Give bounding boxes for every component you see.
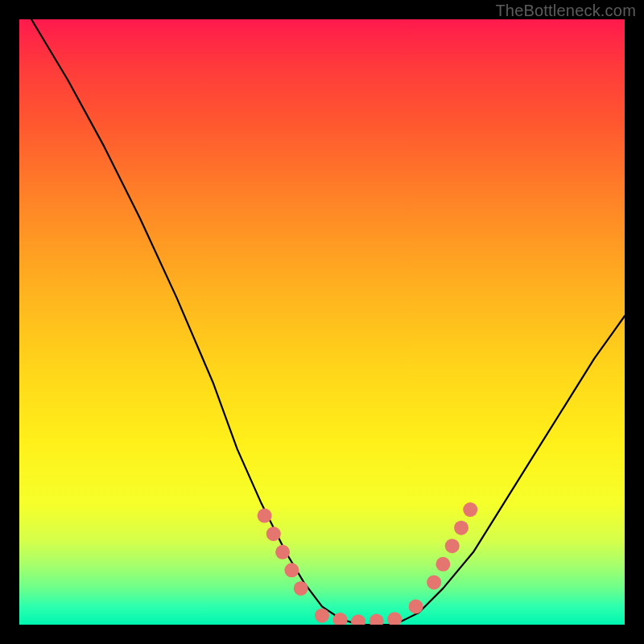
highlight-dot (427, 575, 441, 589)
bottleneck-curve (31, 19, 625, 625)
highlight-dot (454, 521, 469, 535)
highlight-dot (445, 539, 460, 553)
plot-area (19, 19, 625, 625)
highlight-dot (436, 557, 450, 572)
watermark-text: TheBottleneck.com (495, 2, 636, 20)
highlight-dot (463, 502, 477, 517)
chart-frame: TheBottleneck.com (0, 0, 644, 644)
highlight-dot (315, 609, 329, 623)
highlight-dot (351, 614, 365, 625)
highlight-dot (266, 526, 281, 541)
highlight-dot (275, 545, 290, 559)
highlight-dot (369, 614, 384, 625)
highlight-dot (409, 599, 423, 613)
highlight-dot (294, 581, 308, 596)
highlight-dot (387, 612, 402, 625)
highlight-dot (284, 563, 299, 577)
highlight-dot (258, 509, 272, 523)
chart-svg (19, 19, 625, 625)
highlight-dots (258, 502, 478, 625)
